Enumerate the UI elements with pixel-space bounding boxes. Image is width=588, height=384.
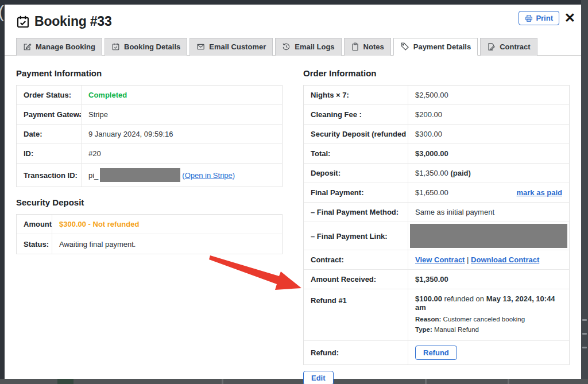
- tag-icon: [400, 42, 409, 51]
- payment-information-heading: Payment Information: [16, 68, 283, 78]
- tab-payment-details[interactable]: Payment Details: [393, 38, 478, 56]
- table-row-nights: Nights × 7: $2,500.00: [304, 86, 569, 105]
- payment-id-value: #20: [82, 144, 282, 163]
- redacted-transaction-id: [100, 168, 180, 182]
- table-row-sd-status: Status: Awaiting final payment.: [17, 234, 282, 254]
- print-button-label: Print: [536, 14, 553, 22]
- final-payment-value: $1,650.00: [415, 188, 448, 197]
- tab-email-customer[interactable]: Email Customer: [189, 38, 273, 56]
- view-contract-link[interactable]: View Contract: [415, 255, 465, 264]
- edit-button[interactable]: Edit: [303, 371, 334, 384]
- modal-header: Booking #33 Print ✕: [5, 5, 581, 29]
- row-label: Refund #1: [304, 289, 408, 340]
- deposit-paid-suffix: (paid): [450, 169, 470, 177]
- open-in-stripe-link[interactable]: Open in Stripe: [185, 171, 233, 180]
- table-row-refund-1: Refund #1 $100.00 refunded on May 13, 20…: [304, 289, 569, 341]
- tab-booking-details[interactable]: Booking Details: [105, 38, 187, 56]
- tab-email-logs[interactable]: Email Logs: [275, 38, 341, 56]
- table-row-security-deposit: Security Deposit (refunded af... $300.00: [304, 125, 569, 144]
- tab-contract[interactable]: Contract: [480, 38, 537, 56]
- edit-icon: [23, 42, 32, 51]
- clipboard-icon: [351, 42, 359, 51]
- row-label: Final Payment:: [304, 183, 408, 202]
- calendar-icon: [111, 42, 120, 51]
- table-row-contract: Contract: View Contract | Download Contr…: [304, 250, 569, 270]
- tab-label: Contract: [500, 42, 530, 51]
- tab-label: Manage Booking: [36, 42, 95, 51]
- row-label: Amount:: [17, 215, 52, 234]
- link-separator: |: [467, 255, 469, 264]
- sd-amount-value: $300.00 - Not refunded: [59, 220, 139, 228]
- table-row-order-status: Order Status: Completed: [17, 86, 282, 105]
- tab-label: Booking Details: [124, 42, 180, 51]
- table-row-date: Date: 9 January 2024, 09:59:16: [17, 125, 282, 144]
- row-label: Contract:: [304, 250, 408, 269]
- row-label: Security Deposit (refunded af...: [304, 125, 408, 143]
- security-deposit-value: $300.00: [408, 125, 569, 143]
- row-label: Cleaning Fee :: [304, 105, 408, 124]
- row-label: ID:: [17, 144, 82, 163]
- table-row-total: Total: $3,000.00: [304, 144, 569, 164]
- row-label: Nights × 7:: [304, 86, 408, 104]
- total-value: $3,000.00: [408, 144, 569, 163]
- envelope-icon: [196, 42, 205, 51]
- refund-button[interactable]: Refund: [415, 346, 457, 360]
- nights-value: $2,500.00: [408, 86, 569, 104]
- deposit-value: $1,350.00: [415, 169, 448, 177]
- background-page-fragment: (: [0, 2, 4, 22]
- table-row-transaction-id: Transaction ID: pi_(Open in Stripe): [17, 164, 282, 187]
- refund-amount: $100.00: [415, 294, 442, 303]
- payment-date-value: 9 January 2024, 09:59:16: [82, 125, 282, 143]
- contract-icon: [487, 42, 496, 51]
- table-row-final-payment-link: – Final Payment Link:: [304, 222, 569, 250]
- table-row-final-payment-method: – Final Payment Method: Same as initial …: [304, 203, 569, 222]
- row-label: Amount Received:: [304, 270, 408, 289]
- tab-label: Email Customer: [209, 42, 266, 51]
- tab-label: Email Logs: [295, 42, 334, 51]
- row-label: – Final Payment Link:: [304, 222, 408, 250]
- print-button[interactable]: Print: [519, 11, 559, 25]
- redacted-payment-link: [410, 224, 567, 248]
- calendar-check-icon: [16, 15, 30, 29]
- tab-notes[interactable]: Notes: [344, 38, 391, 56]
- amount-received-value: $1,350.00: [408, 270, 569, 289]
- payment-gateway-value: Stripe: [82, 105, 282, 124]
- row-label: Deposit:: [304, 164, 408, 183]
- page-title: Booking #33: [34, 14, 112, 29]
- refund-type-value: Manual Refund: [432, 326, 479, 333]
- table-row-cleaning-fee: Cleaning Fee : $200.00: [304, 105, 569, 125]
- row-label: – Final Payment Method:: [304, 203, 408, 222]
- table-row-final-payment: Final Payment: $1,650.00 mark as paid: [304, 183, 569, 203]
- refund-reason-label: Reason:: [415, 316, 441, 323]
- row-label: Transaction ID:: [17, 164, 82, 187]
- close-paren: ): [233, 171, 235, 180]
- background-fragment: [582, 333, 587, 335]
- refund-mid-text: refunded on: [442, 294, 486, 303]
- refund-type-label: Type:: [415, 326, 432, 333]
- order-information-heading: Order Information: [303, 68, 570, 78]
- mark-as-paid-link[interactable]: mark as paid: [517, 188, 563, 197]
- row-label: Date:: [17, 125, 82, 143]
- final-payment-method-value: Same as initial payment: [408, 203, 569, 222]
- security-deposit-table: Amount: $300.00 - Not refunded Status: A…: [16, 214, 283, 254]
- payment-information-table: Order Status: Completed Payment Gateway:…: [16, 85, 283, 187]
- table-row-payment-gateway: Payment Gateway: Stripe: [17, 105, 282, 125]
- table-row-deposit: Deposit: $1,350.00 (paid): [304, 164, 569, 183]
- background-fragment: [582, 347, 587, 348]
- row-label: Order Status:: [17, 86, 82, 104]
- tab-bar: Manage Booking Booking Details Email Cus…: [5, 37, 581, 56]
- download-contract-link[interactable]: Download Contract: [471, 255, 539, 264]
- table-row-amount-received: Amount Received: $1,350.00: [304, 270, 569, 289]
- tab-label: Payment Details: [413, 42, 471, 51]
- close-icon[interactable]: ✕: [563, 10, 577, 26]
- security-deposit-heading: Security Deposit: [16, 197, 283, 207]
- transaction-id-prefix: pi_: [88, 171, 98, 180]
- tab-manage-booking[interactable]: Manage Booking: [16, 38, 102, 56]
- order-information-table: Nights × 7: $2,500.00 Cleaning Fee : $20…: [303, 85, 570, 365]
- refund-reason-value: Customer canceled booking: [441, 316, 525, 323]
- history-icon: [282, 42, 291, 51]
- table-row-sd-amount: Amount: $300.00 - Not refunded: [17, 215, 282, 234]
- row-label: Refund:: [304, 341, 408, 364]
- background-right-strip: [581, 0, 588, 384]
- table-row-refund-action: Refund: Refund: [304, 341, 569, 364]
